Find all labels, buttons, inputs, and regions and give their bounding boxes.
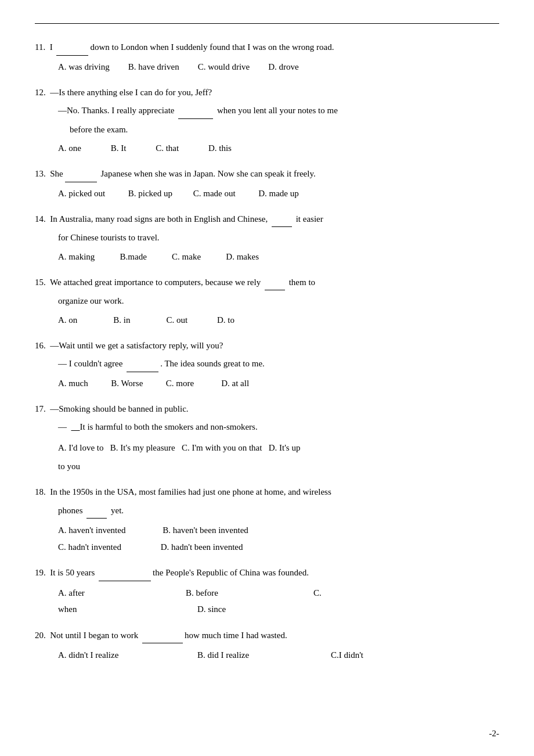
q20-option-a: A. didn't I realize — [58, 647, 197, 664]
q18-stem2: phones yet. — [35, 503, 499, 519]
q12-stem2: —No. Thanks. I really appreciate when yo… — [35, 103, 499, 119]
q18-blank — [86, 503, 107, 519]
q20-option-b: B. did I realize — [197, 647, 331, 664]
q20-option-c: C.I didn't — [331, 647, 363, 664]
q18-options-row1: A. haven't invented B. haven't been inve… — [35, 522, 499, 539]
question-16: 16. —Wait until we get a satisfactory re… — [35, 339, 499, 391]
q14-option-a: A. making — [58, 249, 95, 265]
q19-option-c: C. — [313, 585, 322, 602]
q15-option-b: B. in — [96, 312, 130, 328]
q13-option-b: B. picked up — [124, 186, 172, 201]
q11-option-c: C. would drive — [198, 59, 250, 75]
q13-option-c: C. made out — [191, 186, 236, 201]
q13-option-d: D. made up — [254, 186, 299, 201]
q16-stem2: — I couldn't agree . The idea sounds gre… — [35, 357, 499, 372]
q17-underline — [71, 422, 80, 431]
q16-option-c: C. more — [161, 376, 194, 391]
q19-option-a: A. after — [58, 585, 186, 602]
q15-option-c: C. out — [149, 312, 188, 328]
q16-blank — [127, 357, 158, 372]
q17-stem1: 17. —Smoking should be banned in public. — [35, 402, 499, 417]
question-18: 18. In the 1950s in the USA, most famili… — [35, 485, 499, 555]
q19-options-row1: A. after B. before C. — [35, 585, 499, 602]
q16-option-b: B. Worse — [107, 376, 143, 391]
q15-options: A. on B. in C. out D. to — [35, 312, 499, 328]
q18-option-d: D. hadn't been invented — [161, 542, 243, 552]
q13-options: A. picked out B. picked up C. made out D… — [35, 186, 499, 201]
q19-option-d: D. since — [186, 601, 313, 618]
q11-option-d: D. drove — [268, 59, 299, 75]
q12-blank — [178, 103, 213, 119]
q19-option-when: when — [58, 601, 186, 618]
q12-option-d: D. this — [197, 141, 232, 156]
q14-stem2: for Chinese tourists to travel. — [35, 231, 499, 246]
q18-option-c: C. hadn't invented — [58, 542, 121, 552]
q18-stem1: 18. In the 1950s in the USA, most famili… — [35, 485, 499, 500]
q19-stem: 19. It is 50 years the People's Republic… — [35, 566, 499, 581]
q20-stem: 20. Not until I began to work how much t… — [35, 628, 499, 644]
q12-option-a: A. one — [58, 141, 81, 156]
top-line — [35, 23, 499, 24]
question-20: 20. Not until I began to work how much t… — [35, 628, 499, 664]
q11-blank — [56, 40, 88, 56]
page-number: -2- — [489, 729, 500, 739]
q17-option-d: D. It's up — [264, 443, 300, 452]
q16-option-a: A. much — [58, 376, 88, 391]
question-17: 17. —Smoking should be banned in public.… — [35, 402, 499, 475]
q12-stem3: before the exam. — [35, 123, 499, 138]
q20-blank — [142, 628, 183, 644]
q19-blank — [99, 566, 151, 581]
q17-stem2: — It is harmful to both the smokers and … — [35, 420, 499, 435]
question-14: 14. In Australia, many road signs are bo… — [35, 212, 499, 265]
q15-stem1: 15. We attached great importance to comp… — [35, 275, 499, 291]
q11-stem: 11. I down to London when I suddenly fou… — [35, 40, 499, 56]
q17-option-a: A. I'd love to — [58, 443, 104, 452]
q12-option-c: C. that — [145, 141, 179, 156]
q18-options-row2: C. hadn't invented D. hadn't been invent… — [35, 539, 499, 556]
q20-options: A. didn't I realize B. did I realize C.I… — [35, 647, 499, 664]
q15-blank — [265, 275, 285, 291]
q12-option-b: B. It — [100, 141, 126, 156]
q17-option-b: B. It's my pleasure — [106, 443, 175, 452]
q14-stem1: 14. In Australia, many road signs are bo… — [35, 212, 499, 228]
q17-option-c: C. I'm with you on that — [177, 443, 262, 452]
q18-option-a: A. haven't invented — [58, 525, 125, 535]
q13-option-a: A. picked out — [58, 186, 105, 201]
q14-option-b: B.made — [113, 249, 147, 265]
q15-stem2: organize our work. — [35, 294, 499, 309]
q18-option-b: B. haven't been invented — [163, 525, 248, 535]
q17-options: A. I'd love to B. It's my pleasure C. I'… — [35, 438, 499, 456]
q13-blank — [65, 167, 97, 182]
question-12: 12. —Is there anything else I can do for… — [35, 85, 499, 157]
q14-blank — [272, 212, 292, 228]
q16-option-d: D. at all — [212, 376, 249, 391]
question-13: 13. She Japanese when she was in Japan. … — [35, 167, 499, 201]
q16-options: A. much B. Worse C. more D. at all — [35, 376, 499, 391]
q15-option-d: D. to — [206, 312, 234, 328]
q14-option-c: C. make — [165, 249, 201, 265]
q16-stem1: 16. —Wait until we get a satisfactory re… — [35, 339, 499, 354]
q12-options: A. one B. It C. that D. this — [35, 141, 499, 156]
q14-option-d: D. makes — [219, 249, 259, 265]
q19-option-b: B. before — [186, 585, 313, 602]
question-19: 19. It is 50 years the People's Republic… — [35, 566, 499, 618]
q13-stem: 13. She Japanese when she was in Japan. … — [35, 167, 499, 182]
q11-option-b: B. have driven — [128, 59, 179, 75]
q19-options-row2: when D. since — [35, 601, 499, 618]
question-15: 15. We attached great importance to comp… — [35, 275, 499, 328]
q12-stem1: 12. —Is there anything else I can do for… — [35, 85, 499, 100]
question-11: 11. I down to London when I suddenly fou… — [35, 40, 499, 75]
q11-options: A. was driving B. have driven C. would d… — [35, 59, 499, 75]
q17-option-d-cont: to you — [35, 459, 499, 474]
q11-option-a: A. was driving — [58, 59, 110, 75]
q15-option-a: A. on — [58, 312, 77, 328]
q14-options: A. making B.made C. make D. makes — [35, 249, 499, 265]
